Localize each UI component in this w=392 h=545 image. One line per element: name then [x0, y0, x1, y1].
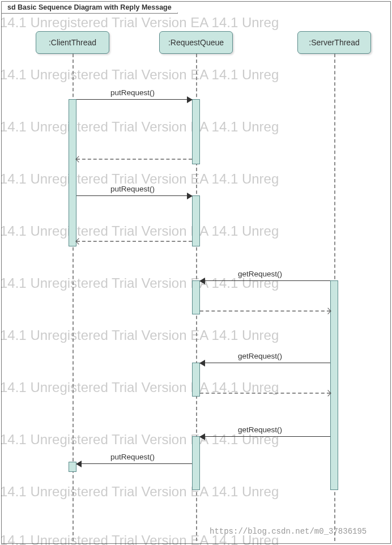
- arrow-left-icon: [199, 360, 205, 367]
- frame-title: sd Basic Sequence Diagram with Reply Mes…: [2, 2, 178, 14]
- message-line: [200, 310, 330, 312]
- message-label: getRequest(): [238, 270, 282, 278]
- arrow-right-icon: [187, 193, 193, 199]
- activation: [69, 99, 76, 246]
- lifeline-client: :ClientThread: [36, 31, 109, 54]
- message-label: getRequest(): [238, 352, 282, 360]
- arrow-left-icon: [199, 278, 205, 284]
- activation: [192, 436, 200, 490]
- activation: [192, 195, 200, 246]
- arrow-left-icon: [199, 433, 205, 440]
- message-line: [76, 99, 192, 100]
- message-line: [200, 363, 330, 363]
- message-label: getRequest(): [238, 425, 282, 434]
- activation: [192, 99, 200, 164]
- activation: [330, 280, 338, 490]
- lifeline-server: :ServerThread: [297, 31, 371, 54]
- message-label: putRequest(): [110, 88, 155, 97]
- message-line: [200, 393, 330, 394]
- activation: [192, 280, 200, 314]
- lifeline-queue: :RequestQueue: [159, 31, 233, 54]
- message-line: [76, 463, 192, 464]
- lifeline-label: :RequestQueue: [168, 38, 224, 47]
- activation: [192, 363, 200, 397]
- message-line: [76, 195, 192, 196]
- message-line: [76, 159, 192, 160]
- lifeline-label: :ClientThread: [49, 38, 96, 47]
- message-line: [76, 241, 192, 242]
- message-label: putRequest(): [110, 185, 155, 193]
- arrow-right-icon: [187, 96, 193, 103]
- arrow-left-icon: [76, 461, 82, 467]
- lifeline-label: :ServerThread: [309, 38, 359, 47]
- url-watermark: https://blog.csdn.net/m0_37836195: [210, 527, 367, 536]
- activation: [69, 462, 76, 472]
- message-line: [200, 436, 330, 437]
- message-label: putRequest(): [110, 453, 155, 461]
- message-line: [200, 280, 330, 281]
